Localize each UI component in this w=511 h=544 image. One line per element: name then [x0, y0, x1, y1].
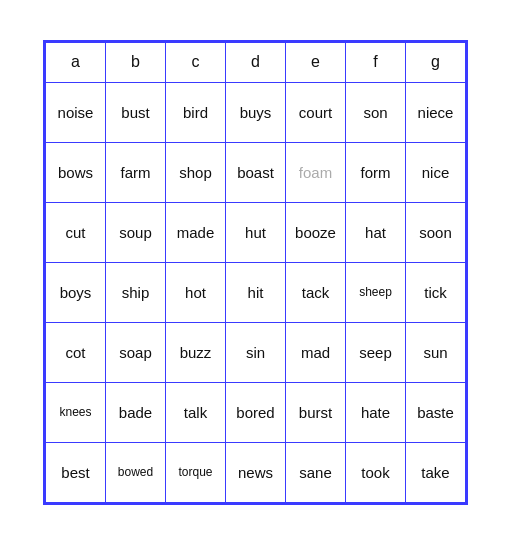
table-cell[interactable]: burst: [286, 382, 346, 442]
table-cell[interactable]: nice: [406, 142, 466, 202]
table-row: boysshiphothittacksheeptick: [46, 262, 466, 322]
table-cell[interactable]: soon: [406, 202, 466, 262]
table-cell[interactable]: boys: [46, 262, 106, 322]
column-header-b: b: [106, 42, 166, 82]
table-cell[interactable]: bored: [226, 382, 286, 442]
table-cell[interactable]: noise: [46, 82, 106, 142]
table-cell[interactable]: seep: [346, 322, 406, 382]
table-cell[interactable]: boast: [226, 142, 286, 202]
table-cell[interactable]: buzz: [166, 322, 226, 382]
table-row: bowsfarmshopboastfoamformnice: [46, 142, 466, 202]
column-header-c: c: [166, 42, 226, 82]
table-cell[interactable]: tick: [406, 262, 466, 322]
column-header-d: d: [226, 42, 286, 82]
table-row: bestbowedtorquenewssanetooktake: [46, 442, 466, 502]
bingo-grid: abcdefgnoisebustbirdbuyscourtsonniecebow…: [43, 40, 468, 505]
table-cell[interactable]: took: [346, 442, 406, 502]
table-cell[interactable]: made: [166, 202, 226, 262]
table-cell[interactable]: foam: [286, 142, 346, 202]
table-cell[interactable]: sheep: [346, 262, 406, 322]
table-cell[interactable]: hate: [346, 382, 406, 442]
table-cell[interactable]: bowed: [106, 442, 166, 502]
table-cell[interactable]: sane: [286, 442, 346, 502]
table-row: cotsoapbuzzsinmadseepsun: [46, 322, 466, 382]
table-cell[interactable]: tack: [286, 262, 346, 322]
table-cell[interactable]: cot: [46, 322, 106, 382]
table-cell[interactable]: form: [346, 142, 406, 202]
table-row: kneesbadetalkboredbursthatebaste: [46, 382, 466, 442]
table-cell[interactable]: baste: [406, 382, 466, 442]
table-cell[interactable]: bows: [46, 142, 106, 202]
column-header-g: g: [406, 42, 466, 82]
table-cell[interactable]: torque: [166, 442, 226, 502]
table-cell[interactable]: bust: [106, 82, 166, 142]
column-header-f: f: [346, 42, 406, 82]
table-cell[interactable]: mad: [286, 322, 346, 382]
table-cell[interactable]: hit: [226, 262, 286, 322]
table-cell[interactable]: hut: [226, 202, 286, 262]
table-cell[interactable]: son: [346, 82, 406, 142]
table-cell[interactable]: soap: [106, 322, 166, 382]
column-header-e: e: [286, 42, 346, 82]
table-cell[interactable]: court: [286, 82, 346, 142]
table-cell[interactable]: sin: [226, 322, 286, 382]
table-cell[interactable]: news: [226, 442, 286, 502]
table-cell[interactable]: bird: [166, 82, 226, 142]
table-cell[interactable]: knees: [46, 382, 106, 442]
table-row: cutsoupmadehutboozehatsoon: [46, 202, 466, 262]
table-cell[interactable]: cut: [46, 202, 106, 262]
table-cell[interactable]: ship: [106, 262, 166, 322]
table-cell[interactable]: soup: [106, 202, 166, 262]
table-cell[interactable]: take: [406, 442, 466, 502]
table-cell[interactable]: hat: [346, 202, 406, 262]
table-cell[interactable]: buys: [226, 82, 286, 142]
table-cell[interactable]: talk: [166, 382, 226, 442]
table-cell[interactable]: farm: [106, 142, 166, 202]
table-cell[interactable]: booze: [286, 202, 346, 262]
column-header-a: a: [46, 42, 106, 82]
table-cell[interactable]: sun: [406, 322, 466, 382]
table-cell[interactable]: best: [46, 442, 106, 502]
table-cell[interactable]: shop: [166, 142, 226, 202]
table-row: noisebustbirdbuyscourtsonniece: [46, 82, 466, 142]
table-cell[interactable]: niece: [406, 82, 466, 142]
table-cell[interactable]: bade: [106, 382, 166, 442]
table-cell[interactable]: hot: [166, 262, 226, 322]
